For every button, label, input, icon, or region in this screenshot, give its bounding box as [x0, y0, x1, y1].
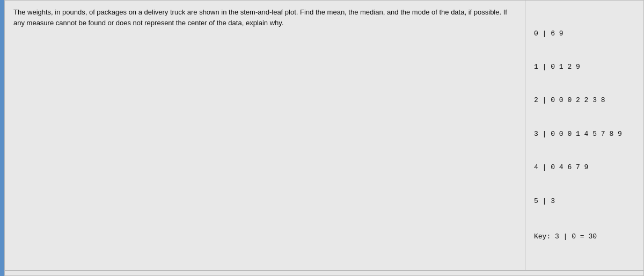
top-section: The weights, in pounds, of packages on a… — [5, 1, 643, 271]
stem-leaf-row-0: 0 | 6 9 — [534, 28, 635, 40]
stem-leaf-row-1: 1 | 0 1 2 9 — [534, 62, 635, 73]
content-area: The weights, in pounds, of packages on a… — [4, 0, 644, 276]
stem-leaf-row-3: 3 | 0 0 0 1 4 5 7 8 9 — [534, 129, 635, 140]
divider-dots-row: ... — [5, 271, 643, 276]
stem-leaf-key: Key: 3 | 0 = 30 — [534, 231, 635, 243]
stem-leaf-row-5: 5 | 3 — [534, 196, 635, 207]
stem-leaf-row-2: 2 | 0 0 0 2 2 3 8 — [534, 95, 635, 106]
stem-leaf-row-4: 4 | 0 4 6 7 9 — [534, 162, 635, 173]
stem-leaf-plot: 0 | 6 9 1 | 0 1 2 9 2 | 0 0 0 2 2 3 8 3 … — [525, 1, 643, 270]
left-accent-bar — [0, 0, 4, 276]
question-text: The weights, in pounds, of packages on a… — [5, 1, 525, 270]
question-body: The weights, in pounds, of packages on a… — [13, 8, 507, 27]
